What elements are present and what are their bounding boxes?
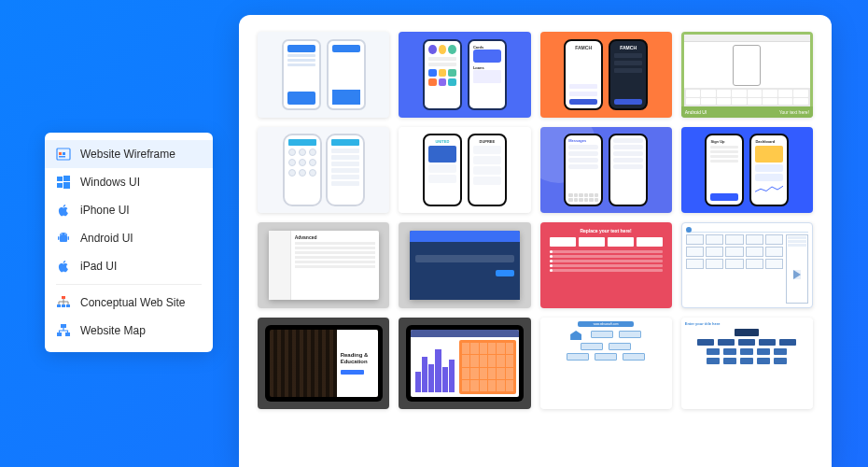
template-thumb[interactable] [681, 222, 813, 308]
svg-rect-12 [68, 236, 70, 240]
apple-icon [56, 259, 71, 274]
sidebar-item-label: iPad UI [80, 260, 117, 273]
template-thumb[interactable] [399, 222, 530, 308]
svg-point-10 [64, 234, 65, 234]
sidebar-item-ipad-ui[interactable]: iPad UI [45, 252, 213, 280]
thumb-title: Enter your title here [685, 321, 809, 326]
thumb-title: Messages [568, 138, 598, 143]
thumb-label: Dashboard [755, 139, 783, 144]
android-icon [56, 231, 71, 246]
template-thumb[interactable]: Sign Up Dashboard [681, 127, 813, 213]
template-gallery: CardsLoans FAMCH FAMCH Android UIYour te… [239, 15, 832, 467]
thumb-brand: DUPREE [473, 139, 501, 144]
sidebar-item-label: Conceptual Web Site [80, 296, 186, 309]
svg-rect-2 [63, 152, 65, 155]
sitemap-color-icon [56, 295, 71, 310]
home-icon [570, 331, 581, 340]
svg-rect-1 [59, 152, 62, 155]
template-thumb[interactable]: CardsLoans [399, 32, 530, 118]
sidebar-item-label: iPhone UI [80, 204, 130, 217]
template-thumb[interactable] [399, 318, 530, 409]
sidebar-item-iphone-ui[interactable]: iPhone UI [45, 196, 213, 224]
sidebar-item-website-wireframe[interactable]: Website Wireframe [45, 140, 213, 168]
sidebar-item-windows-ui[interactable]: Windows UI [45, 168, 213, 196]
template-thumb[interactable] [258, 127, 389, 213]
svg-rect-5 [63, 176, 70, 181]
thumb-brand: UNITED [428, 139, 456, 144]
template-thumb[interactable]: www.edrawsoft.com [540, 318, 672, 409]
svg-rect-16 [66, 304, 70, 307]
category-sidebar: Website Wireframe Windows UI iPhone UI A… [45, 133, 213, 352]
svg-rect-4 [57, 177, 63, 181]
sidebar-item-android-ui[interactable]: Android UI [45, 224, 213, 252]
thumb-url: www.edrawsoft.com [578, 321, 634, 327]
svg-rect-17 [61, 324, 66, 328]
svg-rect-11 [58, 236, 60, 240]
browser-grid-icon [56, 147, 71, 162]
svg-rect-15 [62, 304, 65, 307]
sidebar-item-conceptual-web-site[interactable]: Conceptual Web Site [45, 289, 213, 317]
thumb-label: Sign Up [710, 139, 738, 144]
template-thumb[interactable]: UNITED DUPREE [399, 127, 530, 213]
svg-rect-13 [62, 296, 65, 299]
svg-rect-3 [59, 156, 65, 158]
thumbnail-grid: CardsLoans FAMCH FAMCH Android UIYour te… [258, 32, 813, 409]
thumb-title: Advanced [295, 234, 375, 240]
svg-rect-14 [57, 304, 61, 307]
svg-rect-19 [65, 333, 70, 336]
thumb-title: Replace your text here! [550, 228, 663, 234]
template-thumb[interactable]: Reading & Education [258, 318, 389, 409]
svg-rect-7 [63, 182, 70, 189]
apple-icon [56, 203, 71, 218]
thumb-title: Reading & Education [341, 352, 374, 364]
thumb-brand: FAMCH [614, 45, 642, 50]
template-thumb[interactable]: FAMCH FAMCH [540, 32, 672, 118]
template-thumb[interactable]: Android UIYour text here! [681, 32, 813, 118]
svg-rect-8 [60, 235, 67, 242]
template-thumb[interactable]: Enter your title here [681, 318, 813, 409]
template-thumb[interactable]: Replace your text here! [540, 222, 672, 308]
sidebar-item-website-map[interactable]: Website Map [45, 317, 213, 345]
app-canvas: Website Wireframe Windows UI iPhone UI A… [0, 0, 868, 467]
thumb-caption: Android UI [685, 109, 707, 115]
template-thumb[interactable] [258, 32, 389, 118]
template-thumb[interactable]: Messages [540, 127, 672, 213]
sidebar-item-label: Website Wireframe [80, 148, 175, 161]
sidebar-item-label: Website Map [80, 324, 146, 337]
thumb-brand: FAMCH [569, 45, 597, 50]
svg-point-9 [61, 234, 62, 234]
sidebar-item-label: Windows UI [80, 176, 140, 189]
hierarchy-icon [56, 323, 71, 338]
svg-rect-18 [57, 333, 62, 336]
windows-icon [56, 175, 71, 190]
divider [56, 284, 202, 285]
svg-rect-6 [57, 183, 63, 188]
sidebar-item-label: Android UI [80, 232, 133, 245]
template-thumb[interactable]: Advanced [258, 222, 389, 308]
